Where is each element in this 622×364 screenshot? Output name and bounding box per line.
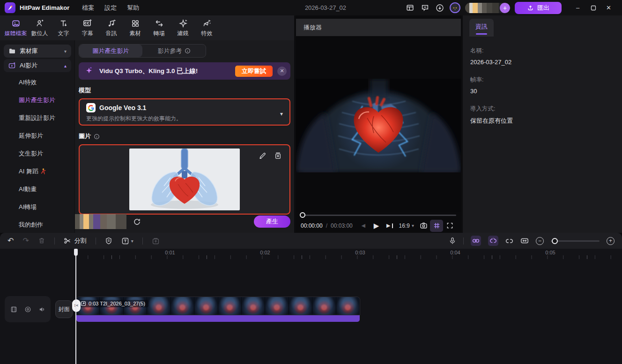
- feedback-icon[interactable]: [420, 3, 430, 13]
- menu-settings[interactable]: 設定: [99, 4, 122, 12]
- track-visibility-icon[interactable]: [24, 306, 31, 313]
- generate-button[interactable]: 產生: [254, 215, 290, 228]
- tool-transition[interactable]: 轉場: [148, 19, 170, 37]
- google-icon: [86, 103, 96, 112]
- menu-file[interactable]: 檔案: [77, 4, 99, 12]
- undo-button[interactable]: ↶: [7, 237, 14, 245]
- zoom-slider-knob[interactable]: [552, 238, 558, 244]
- fit-timeline-icon[interactable]: [520, 237, 529, 245]
- tab-label: 資訊: [475, 22, 488, 31]
- marker-icon[interactable]: [105, 237, 112, 245]
- credits-pill[interactable]: +: [465, 3, 510, 13]
- grid-icon: [433, 222, 440, 229]
- clip-scissors-badge[interactable]: ✂: [72, 299, 81, 312]
- playhead-handle[interactable]: [74, 249, 78, 256]
- prev-frame-button[interactable]: ◀: [357, 220, 370, 232]
- menu-help[interactable]: 幫助: [122, 4, 144, 12]
- export-frame-icon[interactable]: [152, 237, 160, 245]
- user-avatar[interactable]: [450, 2, 460, 13]
- layout-icon[interactable]: [405, 3, 415, 13]
- chevron-down-icon: ▾: [412, 223, 414, 228]
- unlink-clips-icon[interactable]: [505, 237, 513, 245]
- split-button[interactable]: 分割: [64, 237, 87, 245]
- cover-button[interactable]: 封面: [55, 300, 73, 318]
- sidebar-item-label: 延伸影片: [19, 132, 43, 140]
- timeline-zoom-slider[interactable]: [551, 240, 600, 242]
- tool-media[interactable]: 媒體檔案: [5, 19, 27, 37]
- tool-effects[interactable]: 特效: [196, 19, 218, 37]
- sidebar-item-my-creations[interactable]: 我的創作: [0, 216, 74, 234]
- sidebar-item-ai-animation[interactable]: AI動畫: [0, 180, 74, 198]
- model-description: 更強的提示控制和更強大的敘事能力。: [86, 115, 283, 123]
- refresh-icon[interactable]: [133, 218, 141, 226]
- ruler-label: 0:04: [450, 250, 460, 255]
- reference-image-box[interactable]: [79, 144, 290, 215]
- sidebar-item-ai-transition[interactable]: AI轉場: [0, 198, 74, 216]
- zoom-in-button[interactable]: +: [607, 237, 615, 245]
- tool-stickers[interactable]: 素材: [124, 19, 146, 37]
- try-now-button[interactable]: 立即嘗試: [235, 66, 273, 77]
- close-button[interactable]: ✕: [601, 0, 616, 15]
- magnet-snap-icon[interactable]: [488, 236, 498, 246]
- tool-audio[interactable]: 音訊: [100, 19, 122, 37]
- seek-knob[interactable]: [300, 212, 305, 218]
- track-audio-icon[interactable]: [38, 306, 45, 313]
- field-label: 導入方式:: [470, 105, 622, 113]
- timeline-clip[interactable]: ✂ 0:03 T2I_2026_03_27(5): [76, 297, 360, 322]
- tab-info[interactable]: 資訊: [469, 19, 494, 37]
- delete-image-icon[interactable]: [274, 152, 282, 160]
- player-stage[interactable]: [296, 36, 461, 212]
- link-clips-icon[interactable]: [471, 236, 481, 246]
- add-credits-button[interactable]: +: [500, 3, 510, 13]
- tab-image-to-video[interactable]: 圖片產生影片: [79, 45, 142, 57]
- sidebar-group-ai-video[interactable]: AI影片 ▴: [4, 59, 71, 72]
- snapshot-button[interactable]: [417, 220, 430, 232]
- zoom-out-button[interactable]: −: [536, 237, 544, 245]
- tool-text[interactable]: 文字: [52, 19, 74, 37]
- tool-subtitle[interactable]: 字幕: [76, 19, 98, 37]
- aspect-ratio-value: 16:9: [399, 223, 410, 229]
- sidebar-item-text-to-video[interactable]: 文生影片: [0, 145, 74, 163]
- play-button[interactable]: ▶: [370, 220, 383, 232]
- player-seekbar[interactable]: [296, 212, 461, 218]
- grid-toggle-button[interactable]: [430, 220, 443, 232]
- app-window: HitPaw Edimakor 檔案 設定 幫助 2026-03-27_02 +: [0, 0, 622, 364]
- timeline-ruler-labels: 0:010:020:030:040:05: [76, 249, 622, 259]
- tool-filter[interactable]: 濾鏡: [172, 19, 194, 37]
- tool-label: 音訊: [106, 30, 117, 37]
- redo-button[interactable]: ↷: [22, 237, 29, 245]
- aspect-ratio-selector[interactable]: 16:9 ▾: [396, 223, 417, 229]
- delete-button[interactable]: [38, 237, 45, 245]
- sidebar-item-extend-video[interactable]: 延伸影片: [0, 127, 74, 145]
- text-tool-button[interactable]: ▾: [121, 237, 133, 245]
- next-frame-button[interactable]: ▶: [383, 220, 396, 232]
- export-icon: [527, 4, 534, 11]
- timeline-ruler[interactable]: 0:010:020:030:040:05: [0, 249, 622, 259]
- banner-close-icon[interactable]: ✕: [277, 67, 287, 76]
- model-selector[interactable]: Google Veo 3.1 更強的提示控制和更強大的敘事能力。 ▾: [79, 98, 290, 126]
- seek-track[interactable]: [301, 215, 456, 216]
- timeline[interactable]: 0:010:020:030:040:05 封面 ✂ 0:03 T2I_2026_…: [0, 249, 622, 364]
- sidebar-item-label: AI轉場: [19, 203, 37, 211]
- minimize-button[interactable]: –: [570, 0, 585, 15]
- voiceover-mic-icon[interactable]: [449, 237, 456, 245]
- maximize-button[interactable]: [585, 0, 601, 15]
- tab-video-reference[interactable]: 影片參考: [142, 45, 206, 57]
- clip-audio-strip[interactable]: [76, 315, 360, 322]
- sidebar-group-library[interactable]: 素材庫 ▾: [4, 45, 71, 58]
- tool-digital-human[interactable]: 數位人: [29, 19, 51, 37]
- fullscreen-button[interactable]: [443, 220, 456, 232]
- track-film-icon[interactable]: [10, 306, 17, 313]
- sidebar-item-image-to-video[interactable]: 圖片產生影片: [0, 91, 74, 109]
- sidebar-item-redesign-video[interactable]: 重新設計影片: [0, 109, 74, 127]
- model-caret-icon[interactable]: ▾: [280, 111, 283, 117]
- playhead[interactable]: [75, 249, 76, 364]
- image-section-label: 圖片: [79, 132, 290, 141]
- sidebar-item-ai-effects[interactable]: AI特效: [0, 74, 74, 91]
- sidebar-item-ai-dance[interactable]: AI 舞蹈: [0, 163, 74, 180]
- clip-label: 0:03 T2I_2026_03_27(5): [79, 300, 148, 307]
- download-icon[interactable]: [435, 3, 445, 13]
- export-button[interactable]: 匯出: [515, 2, 562, 14]
- edit-image-icon[interactable]: [259, 152, 267, 160]
- promo-banner[interactable]: Vidu Q3 Turbo、Kling 3.0 已上線! 立即嘗試 ✕: [79, 62, 290, 80]
